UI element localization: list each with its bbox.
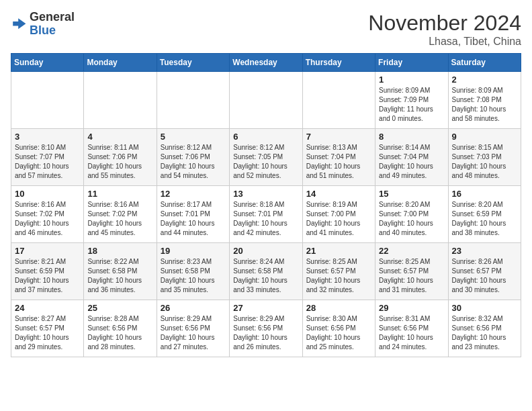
- logo: General Blue: [11, 11, 75, 38]
- day-info: Sunrise: 8:17 AM Sunset: 7:01 PM Dayligh…: [161, 200, 226, 238]
- logo-blue: Blue: [30, 24, 56, 37]
- day-info: Sunrise: 8:25 AM Sunset: 6:57 PM Dayligh…: [379, 257, 444, 295]
- day-cell: [11, 72, 84, 129]
- day-number: 2: [452, 75, 517, 85]
- day-number: 22: [379, 246, 444, 256]
- day-info: Sunrise: 8:22 AM Sunset: 6:58 PM Dayligh…: [87, 257, 152, 295]
- day-number: 13: [233, 189, 298, 199]
- day-cell: 21Sunrise: 8:25 AM Sunset: 6:57 PM Dayli…: [302, 243, 375, 300]
- day-number: 18: [87, 246, 152, 256]
- day-info: Sunrise: 8:12 AM Sunset: 7:05 PM Dayligh…: [233, 143, 298, 181]
- day-cell: 18Sunrise: 8:22 AM Sunset: 6:58 PM Dayli…: [84, 243, 157, 300]
- day-cell: [84, 72, 157, 129]
- day-info: Sunrise: 8:09 AM Sunset: 7:09 PM Dayligh…: [379, 86, 444, 124]
- day-cell: 15Sunrise: 8:20 AM Sunset: 7:00 PM Dayli…: [375, 186, 448, 243]
- day-info: Sunrise: 8:16 AM Sunset: 7:02 PM Dayligh…: [15, 200, 80, 238]
- day-cell: 23Sunrise: 8:26 AM Sunset: 6:57 PM Dayli…: [448, 243, 521, 300]
- day-cell: 25Sunrise: 8:28 AM Sunset: 6:56 PM Dayli…: [84, 300, 157, 357]
- logo-icon: [11, 16, 27, 32]
- header-row: SundayMondayTuesdayWednesdayThursdayFrid…: [11, 54, 521, 72]
- day-number: 10: [15, 189, 80, 199]
- day-number: 3: [15, 132, 80, 142]
- month-title: November 2024: [368, 11, 521, 36]
- day-number: 14: [306, 189, 371, 199]
- day-cell: 10Sunrise: 8:16 AM Sunset: 7:02 PM Dayli…: [11, 186, 84, 243]
- day-number: 1: [379, 75, 444, 85]
- column-header-thursday: Thursday: [302, 54, 375, 72]
- day-info: Sunrise: 8:28 AM Sunset: 6:56 PM Dayligh…: [87, 314, 152, 352]
- day-cell: 17Sunrise: 8:21 AM Sunset: 6:59 PM Dayli…: [11, 243, 84, 300]
- day-info: Sunrise: 8:32 AM Sunset: 6:56 PM Dayligh…: [452, 314, 517, 352]
- day-info: Sunrise: 8:25 AM Sunset: 6:57 PM Dayligh…: [306, 257, 371, 295]
- day-number: 8: [379, 132, 444, 142]
- calendar-body: 1Sunrise: 8:09 AM Sunset: 7:09 PM Daylig…: [11, 72, 521, 357]
- day-cell: 9Sunrise: 8:15 AM Sunset: 7:03 PM Daylig…: [448, 129, 521, 186]
- day-number: 11: [87, 189, 152, 199]
- day-number: 5: [161, 132, 226, 142]
- day-cell: 13Sunrise: 8:18 AM Sunset: 7:01 PM Dayli…: [230, 186, 302, 243]
- day-number: 26: [161, 303, 226, 313]
- logo-general: General: [30, 10, 75, 24]
- day-cell: 11Sunrise: 8:16 AM Sunset: 7:02 PM Dayli…: [84, 186, 157, 243]
- column-header-saturday: Saturday: [448, 54, 521, 72]
- day-info: Sunrise: 8:13 AM Sunset: 7:04 PM Dayligh…: [306, 143, 371, 181]
- day-cell: 16Sunrise: 8:20 AM Sunset: 6:59 PM Dayli…: [448, 186, 521, 243]
- day-number: 21: [306, 246, 371, 256]
- day-cell: 28Sunrise: 8:30 AM Sunset: 6:56 PM Dayli…: [302, 300, 375, 357]
- day-cell: 5Sunrise: 8:12 AM Sunset: 7:06 PM Daylig…: [157, 129, 229, 186]
- day-number: 24: [15, 303, 80, 313]
- day-cell: 4Sunrise: 8:11 AM Sunset: 7:06 PM Daylig…: [84, 129, 157, 186]
- week-row-1: 1Sunrise: 8:09 AM Sunset: 7:09 PM Daylig…: [11, 72, 521, 129]
- day-number: 29: [379, 303, 444, 313]
- day-info: Sunrise: 8:23 AM Sunset: 6:58 PM Dayligh…: [161, 257, 226, 295]
- day-cell: [157, 72, 229, 129]
- day-info: Sunrise: 8:10 AM Sunset: 7:07 PM Dayligh…: [15, 143, 80, 181]
- day-number: 6: [233, 132, 298, 142]
- day-number: 17: [15, 246, 80, 256]
- day-number: 28: [306, 303, 371, 313]
- week-row-2: 3Sunrise: 8:10 AM Sunset: 7:07 PM Daylig…: [11, 129, 521, 186]
- day-number: 12: [161, 189, 226, 199]
- column-header-friday: Friday: [375, 54, 448, 72]
- day-cell: [230, 72, 302, 129]
- day-number: 16: [452, 189, 517, 199]
- column-header-monday: Monday: [84, 54, 157, 72]
- day-number: 30: [452, 303, 517, 313]
- day-info: Sunrise: 8:31 AM Sunset: 6:56 PM Dayligh…: [379, 314, 444, 352]
- day-cell: 3Sunrise: 8:10 AM Sunset: 7:07 PM Daylig…: [11, 129, 84, 186]
- column-header-wednesday: Wednesday: [230, 54, 302, 72]
- day-cell: 1Sunrise: 8:09 AM Sunset: 7:09 PM Daylig…: [375, 72, 448, 129]
- day-info: Sunrise: 8:11 AM Sunset: 7:06 PM Dayligh…: [87, 143, 152, 181]
- day-number: 15: [379, 189, 444, 199]
- day-info: Sunrise: 8:14 AM Sunset: 7:04 PM Dayligh…: [379, 143, 444, 181]
- day-info: Sunrise: 8:21 AM Sunset: 6:59 PM Dayligh…: [15, 257, 80, 295]
- location: Lhasa, Tibet, China: [368, 36, 521, 48]
- day-number: 19: [161, 246, 226, 256]
- day-number: 20: [233, 246, 298, 256]
- day-info: Sunrise: 8:29 AM Sunset: 6:56 PM Dayligh…: [161, 314, 226, 352]
- day-cell: 27Sunrise: 8:29 AM Sunset: 6:56 PM Dayli…: [230, 300, 302, 357]
- day-cell: 30Sunrise: 8:32 AM Sunset: 6:56 PM Dayli…: [448, 300, 521, 357]
- day-info: Sunrise: 8:29 AM Sunset: 6:56 PM Dayligh…: [233, 314, 298, 352]
- day-info: Sunrise: 8:15 AM Sunset: 7:03 PM Dayligh…: [452, 143, 517, 181]
- day-cell: 20Sunrise: 8:24 AM Sunset: 6:58 PM Dayli…: [230, 243, 302, 300]
- day-info: Sunrise: 8:16 AM Sunset: 7:02 PM Dayligh…: [87, 200, 152, 238]
- column-header-tuesday: Tuesday: [157, 54, 229, 72]
- day-cell: 6Sunrise: 8:12 AM Sunset: 7:05 PM Daylig…: [230, 129, 302, 186]
- day-number: 23: [452, 246, 517, 256]
- day-info: Sunrise: 8:26 AM Sunset: 6:57 PM Dayligh…: [452, 257, 517, 295]
- day-cell: 26Sunrise: 8:29 AM Sunset: 6:56 PM Dayli…: [157, 300, 229, 357]
- day-cell: 24Sunrise: 8:27 AM Sunset: 6:57 PM Dayli…: [11, 300, 84, 357]
- calendar-header: SundayMondayTuesdayWednesdayThursdayFrid…: [11, 54, 521, 72]
- day-info: Sunrise: 8:19 AM Sunset: 7:00 PM Dayligh…: [306, 200, 371, 238]
- day-cell: 19Sunrise: 8:23 AM Sunset: 6:58 PM Dayli…: [157, 243, 229, 300]
- week-row-3: 10Sunrise: 8:16 AM Sunset: 7:02 PM Dayli…: [11, 186, 521, 243]
- day-cell: 12Sunrise: 8:17 AM Sunset: 7:01 PM Dayli…: [157, 186, 229, 243]
- day-info: Sunrise: 8:30 AM Sunset: 6:56 PM Dayligh…: [306, 314, 371, 352]
- day-info: Sunrise: 8:18 AM Sunset: 7:01 PM Dayligh…: [233, 200, 298, 238]
- day-number: 27: [233, 303, 298, 313]
- day-info: Sunrise: 8:20 AM Sunset: 6:59 PM Dayligh…: [452, 200, 517, 238]
- day-cell: [302, 72, 375, 129]
- day-number: 7: [306, 132, 371, 142]
- week-row-5: 24Sunrise: 8:27 AM Sunset: 6:57 PM Dayli…: [11, 300, 521, 357]
